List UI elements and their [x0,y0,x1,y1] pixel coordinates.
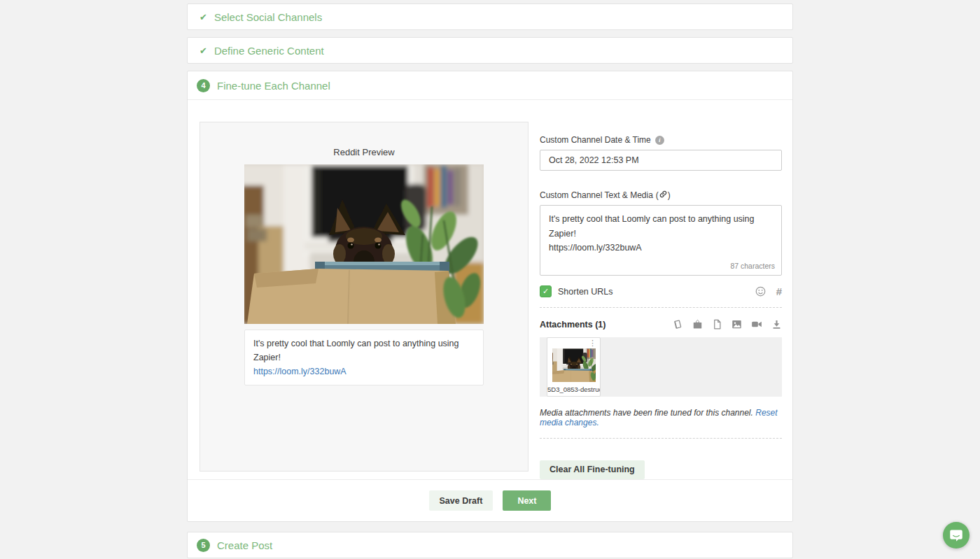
media-note: Media attachments have been fine tuned f… [540,408,782,427]
date-time-input[interactable] [540,150,782,171]
image-icon[interactable] [732,319,742,330]
chat-launcher-button[interactable] [943,522,969,549]
media-library-icon[interactable] [673,319,683,330]
next-button[interactable]: Next [503,490,551,511]
file-icon[interactable] [712,319,722,330]
video-icon[interactable] [751,319,762,330]
attachment-filename: 5D3_0853-destruct... [547,385,600,393]
link-icon [659,190,667,200]
composer-stage: ✔ Select Social Channels ✔ Define Generi… [187,0,793,558]
emoji-picker-icon[interactable] [755,286,766,297]
step-title: Create Post [217,539,272,551]
text-media-field-label: Custom Channel Text & Media ( ) [540,190,782,200]
step-title: Define Generic Content [214,45,324,57]
preview-caption-link[interactable]: https://loom.ly/332buwA [253,367,346,376]
attachments-strip: ⋮ 5D3_0853-destruct... [540,337,782,397]
save-draft-button[interactable]: Save Draft [429,490,493,511]
hashtag-icon[interactable]: # [776,286,782,297]
divider [540,307,782,308]
shorten-urls-checkbox[interactable]: ✓ [540,285,552,297]
step-number-badge: 4 [197,79,210,92]
attachment-thumbnail[interactable] [552,348,596,382]
step-title: Fine-tune Each Channel [217,80,330,92]
date-field-label: Custom Channel Date & Time i [540,135,782,145]
info-icon[interactable]: i [655,136,664,145]
step-select-social-channels[interactable]: ✔ Select Social Channels [187,3,793,30]
page: { "colors": { "accent_green": "#7cb87c",… [0,0,980,559]
fine-tune-body: Reddit Preview It's pretty cool that Loo… [188,100,792,480]
fine-tune-header[interactable]: 4 Fine-tune Each Channel [188,71,792,100]
attachments-label: Attachments (1) [540,320,606,330]
step-define-generic-content[interactable]: ✔ Define Generic Content [187,37,793,64]
preview-title: Reddit Preview [200,147,528,157]
clear-fine-tuning-button[interactable]: Clear All Fine-tuning [540,460,645,479]
attachment-card[interactable]: ⋮ 5D3_0853-destruct... [547,337,601,397]
date-label-text: Custom Channel Date & Time [540,135,651,145]
preview-caption: It's pretty cool that Loomly can post to… [244,330,484,385]
preview-photo-dog-in-box [244,164,484,324]
text-tools: # [755,286,782,297]
step-title: Select Social Channels [214,11,322,23]
channel-preview-panel: Reddit Preview It's pretty cool that Loo… [200,122,528,472]
divider [540,438,782,439]
chat-bubble-icon [949,528,963,542]
step-create-post[interactable]: 5 Create Post [187,532,793,558]
step-number-badge: 5 [197,539,210,552]
text-media-label-text: Custom Channel Text & Media [540,190,653,200]
attachments-header-row: Attachments (1) [540,319,782,330]
check-icon: ✔ [200,45,207,56]
paren-open: ( [656,190,659,200]
textarea-wrap: It's pretty cool that Loomly can post to… [540,205,782,276]
char-count: 87 characters [730,262,775,270]
shorten-urls-label: Shorten URLs [558,287,613,297]
download-icon[interactable] [771,319,782,330]
check-icon: ✔ [200,12,207,22]
paren-close: ) [668,190,671,200]
kebab-menu-icon[interactable]: ⋮ [589,339,596,348]
media-note-text: Media attachments have been fine tuned f… [540,408,753,418]
wizard-footer: Save Draft Next [188,479,792,521]
shorten-urls-row: ✓ Shorten URLs # [540,285,782,297]
step-fine-tune-panel: 4 Fine-tune Each Channel Reddit Preview … [187,71,793,522]
upload-icon[interactable] [692,319,703,330]
attachments-toolbar [673,319,782,330]
fine-tune-form: Custom Channel Date & Time i Custom Chan… [540,135,782,479]
preview-caption-text: It's pretty cool that Loomly can post to… [253,337,475,365]
